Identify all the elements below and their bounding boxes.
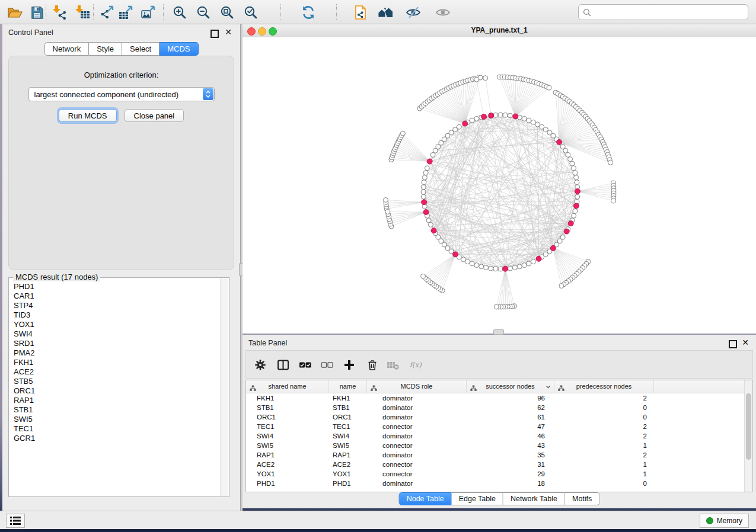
mcds-result-item[interactable]: PMA2 (14, 348, 220, 358)
float-panel-icon[interactable] (729, 340, 737, 348)
network-canvas[interactable] (243, 37, 756, 334)
task-history-button[interactable] (6, 514, 25, 528)
delete-table-icon[interactable] (386, 358, 400, 372)
column-header-name[interactable]: name (329, 380, 367, 393)
run-mcds-button[interactable]: Run MCDS (59, 109, 117, 122)
table-scrollbar[interactable] (744, 380, 752, 492)
mcds-result-item[interactable]: ORC1 (14, 386, 220, 396)
mcds-result-item[interactable]: SWI4 (14, 329, 220, 339)
table-row[interactable]: YOX1YOX1connector291 (246, 469, 745, 479)
zoom-fit-button[interactable] (218, 4, 236, 21)
mcds-result-item[interactable]: STB5 (14, 377, 220, 386)
column-header-predecessor-nodes[interactable]: predecessor nodes (554, 380, 654, 393)
clone-network-button[interactable] (352, 4, 369, 21)
cell-filler (654, 469, 745, 479)
zoom-out-button[interactable] (194, 4, 212, 21)
close-panel-button[interactable]: Close panel (125, 109, 184, 122)
cell-name: STB1 (329, 403, 367, 412)
cell-filler (654, 403, 745, 412)
cell-mcds-role: dominator (367, 403, 467, 412)
memory-status-icon (706, 517, 713, 524)
delete-column-icon[interactable] (365, 358, 379, 372)
main-toolbar (0, 0, 756, 24)
mcds-result-item[interactable]: SWI5 (14, 415, 220, 424)
tab-style[interactable]: Style (89, 42, 122, 56)
mcds-result-item[interactable]: CAR1 (14, 291, 220, 301)
tab-select[interactable]: Select (122, 42, 160, 56)
close-panel-icon[interactable]: ✕ (225, 27, 232, 37)
export-network-button[interactable] (98, 4, 116, 21)
table-scrollbar-thumb[interactable] (746, 393, 751, 460)
toolbar-separator (163, 4, 164, 20)
tab-edge-table[interactable]: Edge Table (452, 492, 503, 505)
cell-mcds-role: connector (367, 469, 467, 479)
select-all-icon[interactable] (298, 358, 312, 372)
mcds-result-item[interactable]: RAP1 (14, 396, 220, 405)
mcds-result-item[interactable]: STB1 (14, 405, 220, 415)
column-panel-icon[interactable] (276, 358, 290, 372)
import-table-button[interactable] (74, 4, 91, 21)
zoom-selected-button[interactable] (242, 4, 260, 21)
mcds-result-item[interactable]: YOX1 (14, 320, 220, 329)
open-file-button[interactable] (6, 4, 24, 21)
tab-motifs[interactable]: Motifs (565, 492, 599, 505)
settings-gear-icon[interactable] (253, 358, 267, 372)
network-window-titlebar[interactable]: YPA_prune.txt_1 (243, 24, 756, 38)
mcds-list-scrollbar[interactable] (220, 278, 228, 496)
column-header-shared-name[interactable]: shared name (246, 380, 329, 393)
cell-name: PHD1 (329, 479, 367, 488)
table-row[interactable]: STB1STB1dominator620 (246, 403, 745, 412)
tab-mcds[interactable]: MCDS (160, 42, 198, 56)
mcds-result-item[interactable]: GCR1 (14, 434, 220, 443)
mcds-result-item[interactable]: TID3 (14, 310, 220, 320)
export-table-button[interactable] (117, 4, 135, 21)
cell-shared-name: ACE2 (246, 460, 329, 469)
close-panel-icon[interactable]: ✕ (742, 338, 749, 347)
tab-node-table[interactable]: Node Table (399, 492, 452, 505)
optimization-select[interactable]: largest connected component (undirected) (28, 87, 215, 101)
mcds-result-item[interactable]: TEC1 (14, 424, 220, 434)
table-row[interactable]: ACE2ACE2connector311 (246, 460, 745, 469)
table-row[interactable]: PHD1PHD1dominator180 (246, 479, 745, 488)
add-column-icon[interactable] (342, 358, 356, 372)
table-row[interactable]: RAP1RAP1dominator352 (246, 450, 745, 460)
mcds-result-item[interactable]: FKH1 (14, 358, 220, 367)
horizontal-splitter-handle[interactable] (493, 329, 504, 335)
search-icon (583, 8, 591, 17)
show-hidden-button[interactable] (434, 4, 452, 21)
column-label: successor nodes (486, 383, 535, 390)
mcds-result-list[interactable]: PHD1CAR1STP4TID3YOX1SWI4SRD1PMA2FKH1ACE2… (9, 282, 220, 496)
cell-name: ORC1 (329, 412, 367, 422)
column-header-successor-nodes[interactable]: successor nodes (467, 380, 554, 393)
column-header-mcds-role[interactable]: MCDS role (367, 380, 467, 393)
search-input[interactable] (591, 7, 748, 18)
export-image-button[interactable] (140, 4, 158, 21)
tab-network-table[interactable]: Network Table (503, 492, 565, 505)
mcds-result-item[interactable]: SRD1 (14, 339, 220, 348)
status-bar: Memory (0, 511, 756, 530)
import-network-button[interactable] (51, 4, 69, 21)
show-networks-button[interactable] (377, 4, 394, 21)
memory-button[interactable]: Memory (700, 514, 749, 528)
table-row[interactable]: ORC1ORC1dominator610 (246, 412, 745, 422)
sort-chevron-icon[interactable] (546, 380, 551, 393)
mcds-result-item[interactable]: PHD1 (14, 282, 220, 291)
table-row[interactable]: SWI4SWI4dominator462 (246, 431, 745, 441)
mcds-result-item[interactable]: ACE2 (14, 367, 220, 377)
zoom-in-button[interactable] (171, 4, 189, 21)
cell-mcds-role: dominator (367, 431, 467, 441)
deselect-all-icon[interactable] (320, 358, 334, 372)
float-panel-icon[interactable] (210, 30, 219, 38)
mcds-result-box: MCDS result (17 nodes) PHD1CAR1STP4TID3Y… (8, 277, 229, 497)
table-row[interactable]: SWI5SWI5connector431 (246, 441, 745, 450)
function-builder-icon[interactable]: f(x) (409, 358, 423, 372)
refresh-view-button[interactable] (299, 4, 317, 21)
save-session-button[interactable] (28, 4, 46, 21)
table-row[interactable]: FKH1FKH1dominator962 (246, 393, 745, 403)
control-panel: Control Panel ✕ NetworkStyleSelectMCDS O… (2, 24, 240, 511)
network-graph[interactable] (243, 37, 756, 334)
mcds-result-item[interactable]: STP4 (14, 301, 220, 310)
hide-selected-button[interactable] (404, 4, 422, 21)
table-row[interactable]: TEC1TEC1connector472 (246, 422, 745, 431)
tab-network[interactable]: Network (44, 42, 89, 56)
